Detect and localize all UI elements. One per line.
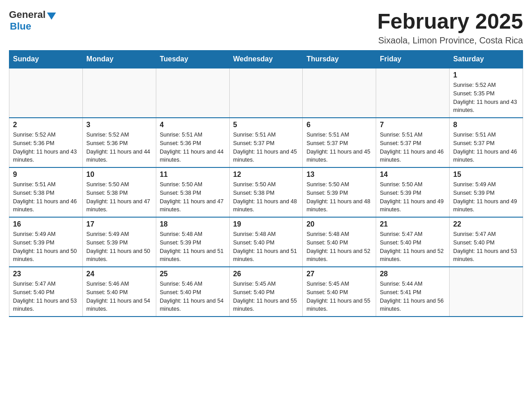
calendar-cell: 15Sunrise: 5:49 AM Sunset: 5:39 PM Dayli…	[450, 167, 523, 217]
week-row-1: 1Sunrise: 5:52 AM Sunset: 5:35 PM Daylig…	[9, 68, 523, 118]
day-info: Sunrise: 5:51 AM Sunset: 5:37 PM Dayligh…	[453, 131, 519, 164]
day-info: Sunrise: 5:49 AM Sunset: 5:39 PM Dayligh…	[86, 230, 152, 264]
calendar-cell: 1Sunrise: 5:52 AM Sunset: 5:35 PM Daylig…	[450, 68, 523, 118]
day-number: 3	[86, 121, 152, 129]
day-info: Sunrise: 5:50 AM Sunset: 5:38 PM Dayligh…	[160, 180, 226, 214]
day-number: 14	[380, 171, 446, 179]
day-info: Sunrise: 5:48 AM Sunset: 5:39 PM Dayligh…	[160, 230, 226, 264]
day-info: Sunrise: 5:51 AM Sunset: 5:37 PM Dayligh…	[380, 131, 446, 164]
calendar-subtitle: Sixaola, Limon Province, Costa Rica	[377, 35, 523, 46]
day-number: 8	[453, 121, 519, 129]
calendar-cell: 7Sunrise: 5:51 AM Sunset: 5:37 PM Daylig…	[376, 118, 450, 167]
day-number: 2	[13, 121, 79, 129]
calendar-cell: 22Sunrise: 5:47 AM Sunset: 5:40 PM Dayli…	[450, 217, 523, 267]
day-info: Sunrise: 5:45 AM Sunset: 5:40 PM Dayligh…	[233, 280, 299, 313]
week-row-4: 16Sunrise: 5:49 AM Sunset: 5:39 PM Dayli…	[9, 217, 523, 267]
day-number: 21	[380, 220, 446, 228]
day-number: 23	[13, 270, 79, 278]
calendar-cell: 12Sunrise: 5:50 AM Sunset: 5:38 PM Dayli…	[229, 167, 303, 217]
calendar-header-row: SundayMondayTuesdayWednesdayThursdayFrid…	[9, 51, 523, 68]
day-number: 5	[233, 121, 299, 129]
calendar-cell: 24Sunrise: 5:46 AM Sunset: 5:40 PM Dayli…	[82, 267, 156, 317]
day-info: Sunrise: 5:51 AM Sunset: 5:38 PM Dayligh…	[13, 180, 79, 214]
calendar-cell: 13Sunrise: 5:50 AM Sunset: 5:39 PM Dayli…	[303, 167, 376, 217]
week-row-2: 2Sunrise: 5:52 AM Sunset: 5:36 PM Daylig…	[9, 118, 523, 167]
calendar-cell: 26Sunrise: 5:45 AM Sunset: 5:40 PM Dayli…	[229, 267, 303, 317]
day-number: 7	[380, 121, 446, 129]
calendar-cell: 23Sunrise: 5:47 AM Sunset: 5:40 PM Dayli…	[9, 267, 83, 317]
day-info: Sunrise: 5:49 AM Sunset: 5:39 PM Dayligh…	[13, 230, 79, 264]
day-number: 10	[86, 171, 152, 179]
calendar-cell	[229, 68, 303, 118]
calendar-cell: 6Sunrise: 5:51 AM Sunset: 5:37 PM Daylig…	[303, 118, 376, 167]
day-number: 18	[160, 220, 226, 228]
calendar-cell	[82, 68, 156, 118]
calendar-cell	[156, 68, 229, 118]
logo-general: General	[9, 9, 46, 21]
logo-blue: Blue	[10, 21, 31, 32]
calendar-cell: 2Sunrise: 5:52 AM Sunset: 5:36 PM Daylig…	[9, 118, 83, 167]
calendar-cell: 18Sunrise: 5:48 AM Sunset: 5:39 PM Dayli…	[156, 217, 229, 267]
calendar-cell	[450, 267, 523, 317]
day-info: Sunrise: 5:51 AM Sunset: 5:36 PM Dayligh…	[160, 131, 226, 164]
day-number: 6	[306, 121, 372, 129]
calendar-cell: 20Sunrise: 5:48 AM Sunset: 5:40 PM Dayli…	[303, 217, 376, 267]
page-header: General Blue February 2025 Sixaola, Limo…	[9, 9, 523, 46]
calendar-cell: 19Sunrise: 5:48 AM Sunset: 5:40 PM Dayli…	[229, 217, 303, 267]
calendar-cell: 10Sunrise: 5:50 AM Sunset: 5:38 PM Dayli…	[82, 167, 156, 217]
day-number: 26	[233, 270, 299, 278]
day-number: 11	[160, 171, 226, 179]
calendar-table: SundayMondayTuesdayWednesdayThursdayFrid…	[9, 50, 523, 317]
week-row-5: 23Sunrise: 5:47 AM Sunset: 5:40 PM Dayli…	[9, 267, 523, 317]
column-header-sunday: Sunday	[9, 51, 83, 68]
day-number: 17	[86, 220, 152, 228]
calendar-cell: 5Sunrise: 5:51 AM Sunset: 5:37 PM Daylig…	[229, 118, 303, 167]
column-header-friday: Friday	[376, 51, 450, 68]
day-info: Sunrise: 5:49 AM Sunset: 5:39 PM Dayligh…	[453, 180, 519, 214]
day-number: 16	[13, 220, 79, 228]
day-info: Sunrise: 5:52 AM Sunset: 5:36 PM Dayligh…	[86, 131, 152, 164]
calendar-cell: 27Sunrise: 5:45 AM Sunset: 5:40 PM Dayli…	[303, 267, 376, 317]
day-info: Sunrise: 5:48 AM Sunset: 5:40 PM Dayligh…	[233, 230, 299, 264]
column-header-monday: Monday	[82, 51, 156, 68]
calendar-cell: 28Sunrise: 5:44 AM Sunset: 5:41 PM Dayli…	[376, 267, 450, 317]
day-info: Sunrise: 5:46 AM Sunset: 5:40 PM Dayligh…	[86, 280, 152, 313]
day-info: Sunrise: 5:50 AM Sunset: 5:38 PM Dayligh…	[86, 180, 152, 214]
day-info: Sunrise: 5:47 AM Sunset: 5:40 PM Dayligh…	[453, 230, 519, 264]
day-info: Sunrise: 5:50 AM Sunset: 5:39 PM Dayligh…	[306, 180, 372, 214]
day-info: Sunrise: 5:44 AM Sunset: 5:41 PM Dayligh…	[380, 280, 446, 313]
day-info: Sunrise: 5:51 AM Sunset: 5:37 PM Dayligh…	[306, 131, 372, 164]
day-number: 12	[233, 171, 299, 179]
column-header-thursday: Thursday	[303, 51, 376, 68]
day-number: 28	[380, 270, 446, 278]
day-number: 25	[160, 270, 226, 278]
day-info: Sunrise: 5:45 AM Sunset: 5:40 PM Dayligh…	[306, 280, 372, 313]
calendar-cell: 4Sunrise: 5:51 AM Sunset: 5:36 PM Daylig…	[156, 118, 229, 167]
logo: General Blue	[9, 9, 56, 32]
calendar-cell	[376, 68, 450, 118]
calendar-cell: 16Sunrise: 5:49 AM Sunset: 5:39 PM Dayli…	[9, 217, 83, 267]
week-row-3: 9Sunrise: 5:51 AM Sunset: 5:38 PM Daylig…	[9, 167, 523, 217]
day-info: Sunrise: 5:52 AM Sunset: 5:36 PM Dayligh…	[13, 131, 79, 164]
day-info: Sunrise: 5:48 AM Sunset: 5:40 PM Dayligh…	[306, 230, 372, 264]
calendar-cell: 21Sunrise: 5:47 AM Sunset: 5:40 PM Dayli…	[376, 217, 450, 267]
day-info: Sunrise: 5:50 AM Sunset: 5:39 PM Dayligh…	[380, 180, 446, 214]
column-header-saturday: Saturday	[450, 51, 523, 68]
calendar-title: February 2025	[377, 9, 523, 34]
calendar-cell: 17Sunrise: 5:49 AM Sunset: 5:39 PM Dayli…	[82, 217, 156, 267]
title-block: February 2025 Sixaola, Limon Province, C…	[377, 9, 523, 46]
day-number: 19	[233, 220, 299, 228]
logo-triangle-icon	[47, 13, 56, 20]
day-number: 22	[453, 220, 519, 228]
day-info: Sunrise: 5:51 AM Sunset: 5:37 PM Dayligh…	[233, 131, 299, 164]
day-info: Sunrise: 5:47 AM Sunset: 5:40 PM Dayligh…	[13, 280, 79, 313]
day-number: 27	[306, 270, 372, 278]
calendar-cell: 25Sunrise: 5:46 AM Sunset: 5:40 PM Dayli…	[156, 267, 229, 317]
day-number: 4	[160, 121, 226, 129]
day-info: Sunrise: 5:47 AM Sunset: 5:40 PM Dayligh…	[380, 230, 446, 264]
column-header-tuesday: Tuesday	[156, 51, 229, 68]
day-number: 20	[306, 220, 372, 228]
day-info: Sunrise: 5:52 AM Sunset: 5:35 PM Dayligh…	[453, 81, 519, 115]
calendar-cell	[303, 68, 376, 118]
calendar-cell: 11Sunrise: 5:50 AM Sunset: 5:38 PM Dayli…	[156, 167, 229, 217]
